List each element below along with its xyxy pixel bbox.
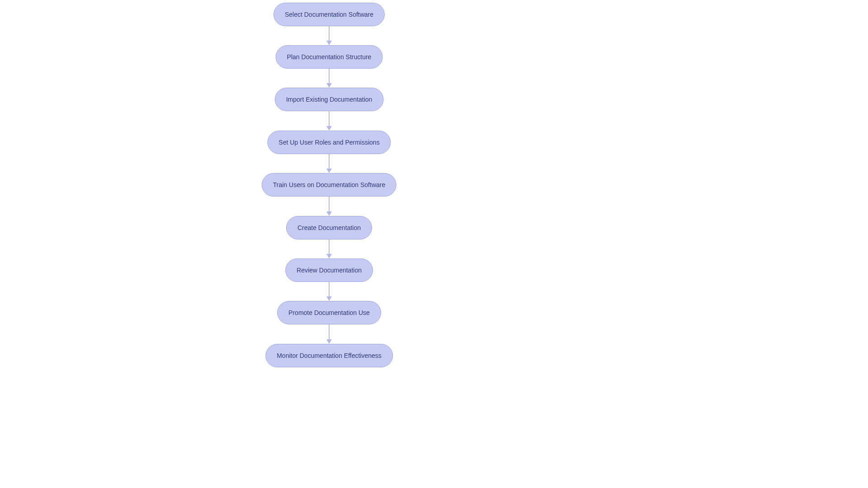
flowchart-node: Promote Documentation Use [277, 301, 381, 324]
flowchart-node: Plan Documentation Structure [276, 45, 383, 69]
node-label: Import Existing Documentation [286, 96, 373, 103]
flowchart-node: Create Documentation [286, 216, 372, 239]
flowchart-canvas: Select Documentation Software Plan Docum… [0, 0, 868, 488]
node-label: Select Documentation Software [285, 11, 373, 18]
flowchart-node: Set Up User Roles and Permissions [267, 131, 391, 154]
node-label: Promote Documentation Use [288, 309, 370, 316]
node-label: Review Documentation [297, 267, 362, 274]
node-label: Monitor Documentation Effectiveness [277, 352, 382, 359]
flowchart-node: Monitor Documentation Effectiveness [265, 344, 393, 367]
node-label: Create Documentation [297, 224, 361, 231]
flowchart-node: Review Documentation [285, 258, 373, 282]
node-label: Plan Documentation Structure [287, 53, 372, 61]
node-label: Set Up User Roles and Permissions [278, 139, 379, 146]
flowchart-node: Import Existing Documentation [275, 88, 384, 111]
node-label: Train Users on Documentation Software [273, 181, 385, 188]
flowchart-node: Select Documentation Software [274, 3, 385, 26]
flowchart-node: Train Users on Documentation Software [262, 173, 396, 197]
